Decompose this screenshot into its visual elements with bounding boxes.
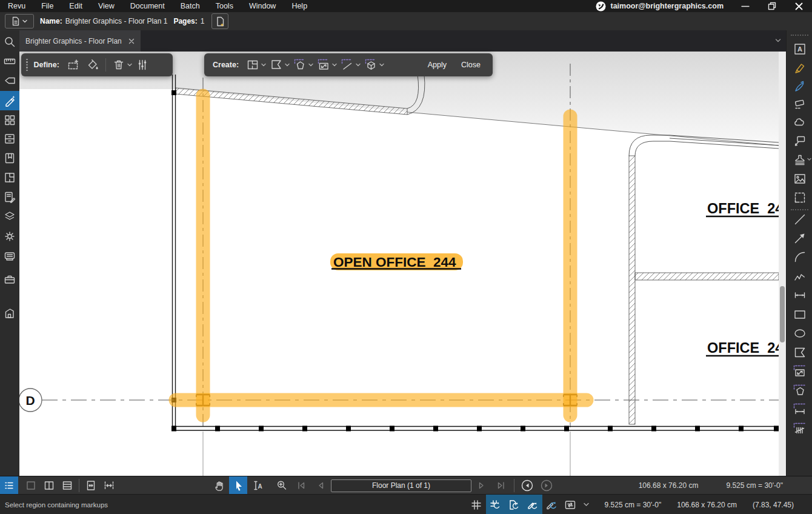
menu-item-view[interactable]: View bbox=[90, 0, 122, 12]
scrollbar-thumb[interactable] bbox=[780, 286, 785, 342]
tool-measure-length[interactable] bbox=[787, 402, 812, 418]
sidebar-item-markup-list[interactable] bbox=[0, 188, 19, 206]
delete-chevron-icon[interactable] bbox=[127, 63, 132, 67]
previous-view-button[interactable] bbox=[518, 476, 536, 495]
sidebar-item-file-access[interactable] bbox=[0, 130, 19, 148]
tool-pen[interactable] bbox=[787, 79, 812, 95]
fit-page-button[interactable] bbox=[82, 476, 100, 495]
restore-button[interactable] bbox=[759, 0, 785, 12]
split-vertical-button[interactable] bbox=[40, 476, 58, 495]
account-email[interactable]: taimoor@brightergraphics.com bbox=[610, 2, 724, 10]
menu-item-batch[interactable]: Batch bbox=[173, 0, 208, 12]
next-page-button[interactable] bbox=[473, 476, 491, 495]
sidebar-item-spaces[interactable] bbox=[0, 169, 19, 187]
sidebar-item-markup-tools[interactable] bbox=[0, 91, 19, 110]
sidebar-item-layers[interactable] bbox=[0, 207, 19, 225]
tool-arrow[interactable] bbox=[787, 230, 812, 246]
tool-count[interactable] bbox=[787, 421, 812, 437]
close-tab-icon[interactable] bbox=[128, 38, 135, 44]
sidebar-item-search[interactable] bbox=[0, 33, 19, 51]
tool-text-box[interactable]: A bbox=[787, 41, 812, 57]
menu-item-help[interactable]: Help bbox=[284, 0, 315, 12]
toolbar-group-handle[interactable] bbox=[791, 209, 808, 210]
sidebar-item-measurements[interactable] bbox=[0, 52, 19, 70]
page-field[interactable]: Floor Plan (1 of 1) bbox=[331, 479, 471, 492]
grid-toggle[interactable] bbox=[467, 495, 486, 514]
tool-eraser[interactable] bbox=[787, 96, 812, 112]
minimize-button[interactable] bbox=[732, 0, 759, 12]
previous-page-button[interactable] bbox=[311, 476, 330, 495]
tab-overflow-chevron-icon[interactable] bbox=[775, 38, 781, 43]
tab-floor-plan[interactable]: Brighter Graphics - Floor Plan 1* bbox=[19, 30, 141, 52]
create-measure-volume-chevron-icon[interactable] bbox=[379, 63, 384, 67]
close-window-button[interactable] bbox=[785, 0, 812, 12]
menu-item-file[interactable]: File bbox=[33, 0, 61, 12]
filter-button[interactable] bbox=[135, 57, 150, 73]
toolbar-group-handle[interactable] bbox=[791, 35, 808, 36]
menu-item-revu[interactable]: Revu bbox=[0, 0, 33, 12]
tool-polyline[interactable] bbox=[787, 269, 812, 284]
status-chevron-icon[interactable] bbox=[584, 502, 589, 507]
snap-to-grid-toggle[interactable] bbox=[486, 495, 505, 514]
tool-image[interactable] bbox=[787, 171, 812, 187]
tool-dimension[interactable] bbox=[787, 287, 812, 303]
tool-arc[interactable] bbox=[787, 249, 812, 265]
snap-to-markup-toggle[interactable] bbox=[524, 495, 542, 514]
create-measure-rectangle-chevron-icon[interactable] bbox=[332, 63, 337, 67]
snap-to-content-toggle[interactable] bbox=[505, 495, 524, 514]
add-space-button[interactable] bbox=[65, 57, 81, 73]
menu-item-edit[interactable]: Edit bbox=[61, 0, 90, 12]
last-page-button[interactable] bbox=[492, 476, 510, 495]
document-selector[interactable] bbox=[5, 14, 34, 28]
create-space-plan-chevron-icon[interactable] bbox=[261, 63, 266, 67]
tool-stamp[interactable] bbox=[787, 152, 812, 168]
tool-highlighter[interactable] bbox=[787, 60, 812, 76]
menu-item-tools[interactable]: Tools bbox=[208, 0, 241, 12]
tool-measure-area[interactable] bbox=[787, 383, 812, 399]
tool-cloud[interactable] bbox=[787, 115, 812, 130]
sidebar-item-bookmarks[interactable] bbox=[0, 149, 19, 167]
create-measure-area-chevron-icon[interactable] bbox=[308, 63, 313, 67]
stamp-chevron-icon[interactable] bbox=[807, 158, 811, 161]
apply-button[interactable]: Apply bbox=[421, 61, 454, 69]
create-measure-perimeter-chevron-icon[interactable] bbox=[356, 63, 361, 67]
sidebar-item-tool-chest[interactable] bbox=[0, 270, 19, 289]
tool-polygon[interactable] bbox=[787, 345, 812, 361]
create-polygon-button[interactable] bbox=[268, 57, 284, 73]
tool-callout[interactable] bbox=[787, 133, 812, 149]
sidebar-item-properties[interactable] bbox=[0, 72, 19, 90]
menu-item-document[interactable]: Document bbox=[122, 0, 173, 12]
tool-rectangle[interactable] bbox=[787, 307, 812, 322]
create-measure-rectangle-button[interactable] bbox=[316, 57, 331, 73]
delete-button[interactable] bbox=[111, 57, 127, 73]
tool-line[interactable] bbox=[787, 212, 812, 227]
reuse-markup-toggle[interactable] bbox=[542, 495, 561, 514]
canvas-scrollbar[interactable] bbox=[779, 52, 786, 476]
next-view-button[interactable] bbox=[537, 476, 556, 495]
menu-item-window[interactable]: Window bbox=[241, 0, 284, 12]
single-page-view-button[interactable] bbox=[22, 476, 40, 495]
create-measure-perimeter-button[interactable] bbox=[339, 57, 355, 73]
sidebar-item-studio[interactable] bbox=[0, 304, 19, 322]
select-tool-button[interactable] bbox=[229, 476, 247, 495]
markup-list-toggle[interactable] bbox=[0, 476, 18, 495]
sidebar-item-settings[interactable] bbox=[0, 227, 19, 245]
zoom-tool-button[interactable] bbox=[273, 476, 291, 495]
tool-ellipse[interactable] bbox=[787, 325, 812, 341]
sidebar-item-thumbnails[interactable] bbox=[0, 111, 19, 129]
select-text-button[interactable]: A bbox=[248, 476, 267, 495]
pan-tool-button[interactable] bbox=[210, 476, 228, 495]
create-measure-volume-button[interactable] bbox=[363, 57, 379, 73]
close-button[interactable]: Close bbox=[454, 61, 488, 69]
tool-snapshot[interactable] bbox=[787, 190, 812, 205]
create-measure-area-button[interactable] bbox=[292, 57, 308, 73]
document-canvas[interactable]: OPEN OFFICE 244 OFFICE 24 OFFICE 24 D bbox=[19, 52, 779, 476]
format-paint-button[interactable] bbox=[85, 57, 101, 73]
create-polygon-chevron-icon[interactable] bbox=[285, 63, 290, 67]
sync-views-toggle[interactable] bbox=[561, 495, 580, 514]
new-page-button[interactable] bbox=[211, 13, 228, 29]
sidebar-item-sets[interactable] bbox=[0, 247, 19, 265]
create-space-plan-button[interactable] bbox=[245, 57, 261, 73]
tool-measure-rectangle[interactable] bbox=[787, 364, 812, 379]
split-horizontal-button[interactable] bbox=[58, 476, 76, 495]
